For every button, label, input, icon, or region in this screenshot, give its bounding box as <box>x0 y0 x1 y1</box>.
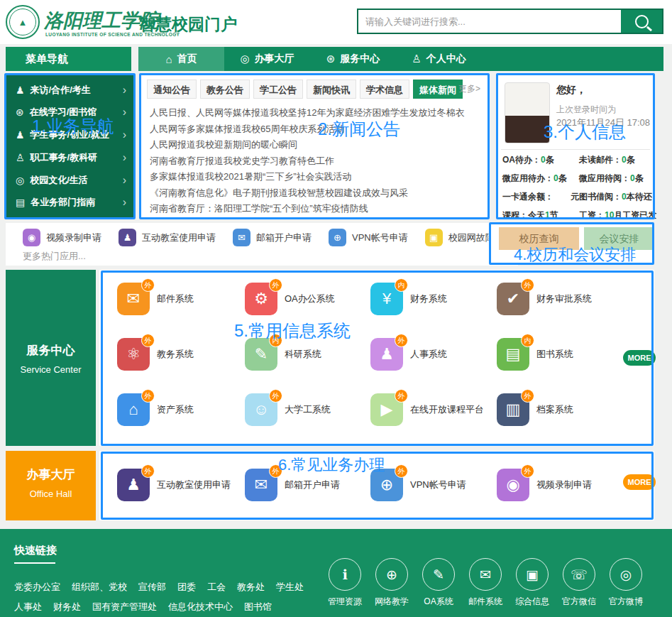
app-open-course-platform[interactable]: ▶外 在线开放课程平台 <box>370 393 484 426</box>
footer-item-admin-resources[interactable]: ℹ 管理资源 <box>325 558 365 608</box>
footer-item-info-portal[interactable]: ▣ 综合信息 <box>512 558 552 608</box>
sidebar-item-label: 来访/合作/考生 <box>31 84 91 97</box>
stat-microapp-toread[interactable]: 微应用待阅：0条 <box>579 173 650 185</box>
footer-link[interactable]: 教务处 <box>237 581 265 594</box>
service-more-button[interactable]: MORE <box>623 350 656 366</box>
footer-link[interactable]: 图书馆 <box>244 601 272 613</box>
stat-oa-todo[interactable]: OA待办：0条 <box>502 154 579 166</box>
search-input[interactable] <box>358 10 621 33</box>
footer-link[interactable]: 宣传部 <box>138 581 166 594</box>
stat-salary[interactable]: 工资：10月工资已发 <box>579 209 650 222</box>
news-tab-news-flash[interactable]: 新闻快讯 <box>307 80 356 99</box>
footer-item-wechat[interactable]: ☏ 官方微信 <box>559 558 599 608</box>
stat-label: 一卡通余额： <box>502 192 553 202</box>
news-item[interactable]: 人民网报道我校迎新期间的暖心瞬间 <box>150 137 482 153</box>
app-oa-office-system[interactable]: ⚙外 OA办公系统 <box>245 283 335 315</box>
hot-app-label: 邮箱开户申请 <box>256 231 312 244</box>
footer-link[interactable]: 组织部、党校 <box>72 581 127 594</box>
app-interactive-classroom-request[interactable]: ♟外 互动教室使用申请 <box>117 469 231 501</box>
glyph: ⚙ <box>254 290 268 308</box>
hot-app-video-recording[interactable]: ◉ 视频录制申请 <box>23 229 101 246</box>
footer-link[interactable]: 学生处 <box>276 581 304 594</box>
hot-apps-strip: ◉ 视频录制申请 ♟ 互动教室使用申请 ✉ 邮箱开户申请 ⊕ VPN帐号申请 ▣… <box>6 223 518 266</box>
app-mailbox-account-request[interactable]: ✉外 邮箱开户申请 <box>245 469 340 501</box>
more-hot-apps-link[interactable]: 更多热门应用... <box>23 250 86 263</box>
hot-app-interactive-classroom[interactable]: ♟ 互动教室使用申请 <box>119 229 216 246</box>
sidebar-item-department-guides[interactable]: ▤ 各业务部门指南 › <box>6 196 135 209</box>
news-tab-academic-affairs[interactable]: 教务公告 <box>200 80 250 99</box>
footer-link[interactable]: 财务处 <box>53 601 81 613</box>
news-item[interactable]: 河南省教育厅：洛阳理工学院“五个到位”筑牢疫情防线 <box>150 201 482 217</box>
sidebar-item-visitors[interactable]: ♟ 来访/合作/考生 › <box>6 84 135 97</box>
internal-badge: 内 <box>269 334 282 347</box>
video-camera-icon: ◉ <box>23 229 40 246</box>
news-tab-media-news[interactable]: 媒体新闻 <box>413 80 463 99</box>
footer-link[interactable]: 国有资产管理处 <box>92 601 157 613</box>
gear-flower-icon: ⊛ <box>326 53 336 65</box>
tab-service-center[interactable]: ⊛ 服务中心 <box>310 47 396 71</box>
external-badge: 外 <box>141 334 155 347</box>
compass-icon: ◎ <box>240 53 249 65</box>
app-label: 邮箱开户申请 <box>285 479 340 491</box>
news-tab-academic-info[interactable]: 学术信息 <box>360 80 409 99</box>
footer-link[interactable]: 人事处 <box>14 601 42 613</box>
news-tab-student-work[interactable]: 学工公告 <box>253 80 303 99</box>
news-more-link[interactable]: 更多> <box>458 83 480 95</box>
footer-link[interactable]: 工会 <box>207 581 226 594</box>
office-more-button[interactable]: MORE <box>623 474 656 490</box>
footer-link[interactable]: 团委 <box>177 581 196 594</box>
app-vpn-account-request[interactable]: ⊕外 VPN帐号申请 <box>370 469 466 501</box>
footer-item-oa-system[interactable]: ✎ OA系统 <box>419 558 458 608</box>
meeting-schedule-button[interactable]: 会议安排 <box>584 227 654 250</box>
news-item[interactable]: 人民网等多家媒体报道我校65周年校庆系列活动 <box>150 121 482 138</box>
hot-app-mailbox-account[interactable]: ✉ 邮箱开户申请 <box>233 229 312 246</box>
footer-item-mail-system[interactable]: ✉ 邮件系统 <box>466 558 505 608</box>
sidebar-item-label: 在线学习/图书馆 <box>30 106 97 119</box>
app-video-recording-request[interactable]: ◉外 视频录制申请 <box>497 469 592 501</box>
hot-app-vpn-account[interactable]: ⊕ VPN帐号申请 <box>329 229 408 246</box>
external-badge: 外 <box>395 334 408 347</box>
footer-item-online-teaching[interactable]: ⊕ 网络教学 <box>372 558 412 608</box>
app-research-system[interactable]: ✎内 科研系统 <box>245 338 321 371</box>
app-library-system[interactable]: ▤内 图书系统 <box>497 338 573 371</box>
app-hr-system[interactable]: ♟外 人事系统 <box>370 338 447 371</box>
stat-unread-mail[interactable]: 未读邮件：0条 <box>579 154 650 166</box>
sidebar-item-staff-affairs[interactable]: ♙ 职工事务/教科研 › <box>6 151 135 164</box>
app-finance-system[interactable]: ¥内 财务系统 <box>370 283 447 315</box>
news-item[interactable]: 人民日报、人民网等媒体报道我校坚持12年为家庭经济困难学生发放过冬棉衣 <box>150 105 482 121</box>
avatar[interactable] <box>505 82 550 143</box>
external-badge: 外 <box>521 389 534 403</box>
footer-item-weibo[interactable]: ◎ 官方微博 <box>606 558 646 608</box>
news-item[interactable]: 《河南教育信息化》电子期刊报道我校智慧校园建设成效与风采 <box>150 185 482 202</box>
search-button[interactable] <box>621 10 662 33</box>
tab-home[interactable]: ⌂ 首页 <box>138 47 224 71</box>
tab-personal-center[interactable]: ♙ 个人中心 <box>396 47 482 71</box>
glyph: ♟ <box>126 476 141 494</box>
clipboard-icon: ✔外 <box>497 283 529 315</box>
app-archive-system[interactable]: ▥外 档案系统 <box>497 393 573 426</box>
app-mail-system[interactable]: ✉外 邮件系统 <box>117 283 194 315</box>
sidebar-item-online-learning[interactable]: ⊛ 在线学习/图书馆 › <box>6 106 135 119</box>
stat-courses[interactable]: 课程：今天1节 <box>502 209 579 222</box>
app-student-work-system[interactable]: ☺外 大学工系统 <box>245 393 331 426</box>
stat-library-borrow[interactable]: 图书借阅：0本待还 <box>579 191 650 203</box>
app-asset-system[interactable]: ⌂外 资产系统 <box>117 393 194 426</box>
stat-microapp-todo[interactable]: 微应用待办：0条 <box>502 173 579 185</box>
calendar-query-button[interactable]: 校历查询 <box>499 227 579 250</box>
chevron-right-icon: › <box>123 84 126 97</box>
app-academic-system[interactable]: ⚛外 教务系统 <box>117 338 194 371</box>
stat-suffix: 元 <box>571 192 579 202</box>
app-finance-approval-system[interactable]: ✔外 财务审批系统 <box>497 283 592 315</box>
tab-label: 首页 <box>177 53 197 65</box>
sidebar-item-student-affairs[interactable]: ♟ 学生事务/创业/就业 › <box>6 129 135 141</box>
news-tab-notices[interactable]: 通知公告 <box>147 80 197 99</box>
footer-link[interactable]: 信息化技术中心 <box>168 601 233 613</box>
tab-label: 办事大厅 <box>255 53 294 65</box>
news-item[interactable]: 多家媒体报道我校2021暑期“三下乡”社会实践活动 <box>150 169 482 185</box>
footer-link[interactable]: 党委办公室 <box>14 581 60 594</box>
tab-office-hall[interactable]: ◎ 办事大厅 <box>224 47 310 71</box>
stat-card-balance[interactable]: 一卡通余额： 元 <box>502 191 579 203</box>
news-item[interactable]: 河南省教育厅报道我校党史学习教育特色工作 <box>150 153 482 170</box>
sidebar-item-campus-culture[interactable]: ◎ 校园文化/生活 › <box>6 174 135 187</box>
stat-label: 微应用待阅： <box>579 173 630 183</box>
